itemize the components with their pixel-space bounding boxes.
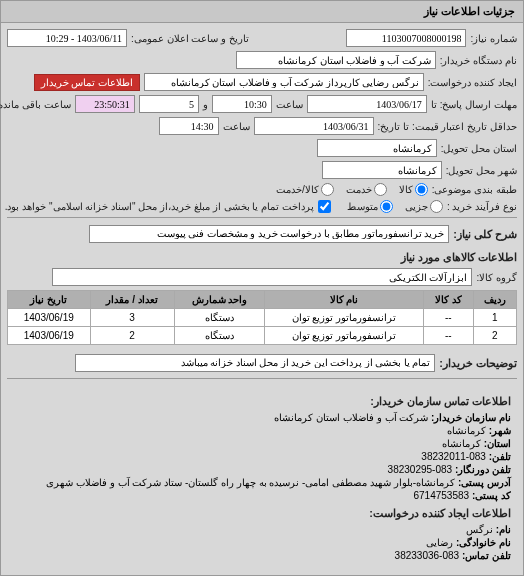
buyer-notes-label: توضیحات خریدار: <box>439 357 517 370</box>
separator-2 <box>7 378 517 379</box>
cell-date: 1403/06/19 <box>8 309 91 327</box>
buyer-org-field <box>236 51 436 69</box>
remaining-label: ساعت باقی مانده <box>0 99 71 110</box>
requester-section-title: اطلاعات ایجاد کننده درخواست: <box>13 507 511 520</box>
deadline-time-field <box>212 95 272 113</box>
phone-value: 083-38232011 <box>421 451 486 462</box>
process-radio-group: جزیی متوسط <box>347 200 443 213</box>
radio-service[interactable] <box>374 183 387 196</box>
province-value: کرمانشاه <box>442 438 481 449</box>
cell-qty: 3 <box>90 309 174 327</box>
postal-label: کد پستی: <box>472 490 511 501</box>
row-need-number: شماره نیاز: تاریخ و ساعت اعلان عمومی: <box>7 29 517 47</box>
row-goods-group: گروه کالا: <box>7 268 517 286</box>
radio-goods[interactable] <box>415 183 428 196</box>
row-category: طبقه بندی موضوعی: کالا خدمت کالا/خدمت <box>7 183 517 196</box>
province-label: استان: <box>484 438 511 449</box>
form-body: شماره نیاز: تاریخ و ساعت اعلان عمومی: نا… <box>1 23 523 575</box>
time-label-2: ساعت <box>223 121 250 132</box>
table-row: 1 -- ترانسفورماتور توزیع توان دستگاه 3 1… <box>8 309 517 327</box>
row-buyer-org: نام دستگاه خریدار: <box>7 51 517 69</box>
row-deadline: مهلت ارسال پاسخ: تا ساعت و ساعت باقی مان… <box>7 95 517 113</box>
process-note: پرداخت تمام یا بخشی از مبلغ خرید،از محل … <box>5 201 314 212</box>
buyer-org-label: نام دستگاه خریدار: <box>440 55 517 66</box>
radio-medium-label: متوسط <box>347 201 378 212</box>
radio-small[interactable] <box>430 200 443 213</box>
city-value: کرمانشاه <box>447 425 486 436</box>
fax-value: 083-38230295 <box>388 464 453 475</box>
requester-label: ایجاد کننده درخواست: <box>428 77 517 88</box>
delivery-city-field <box>322 161 442 179</box>
treasury-checkbox[interactable] <box>318 200 331 213</box>
table-header-row: ردیف کد کالا نام کالا واحد شمارش تعداد /… <box>8 291 517 309</box>
goods-group-label: گروه کالا: <box>476 272 517 283</box>
cell-name: ترانسفورماتور توزیع توان <box>265 309 424 327</box>
buyer-notes-field <box>75 354 435 372</box>
tab-title: جزئیات اطلاعات نیاز <box>424 5 515 17</box>
fax-label: تلفن دورنگار: <box>455 464 511 475</box>
req-phone-label: تلفن تماس: <box>462 550 511 561</box>
radio-small-label: جزیی <box>405 201 428 212</box>
radio-medium[interactable] <box>380 200 393 213</box>
row-buyer-notes: توضیحات خریدار: <box>7 351 517 374</box>
th-unit: واحد شمارش <box>174 291 264 309</box>
cell-code: -- <box>423 327 473 345</box>
cell-unit: دستگاه <box>174 327 264 345</box>
th-date: تاریخ نیاز <box>8 291 91 309</box>
announce-label: تاریخ و ساعت اعلان عمومی: <box>131 33 249 44</box>
validity-date-field <box>254 117 374 135</box>
th-name: نام کالا <box>265 291 424 309</box>
need-summary-field <box>89 225 449 243</box>
table-row: 2 -- ترانسفورماتور توزیع توان دستگاه 2 1… <box>8 327 517 345</box>
row-process: نوع فرآیند خرید : جزیی متوسط پرداخت تمام… <box>7 200 517 213</box>
category-label: طبقه بندی موضوعی: <box>432 184 517 195</box>
cell-qty: 2 <box>90 327 174 345</box>
minute-field <box>139 95 199 113</box>
row-delivery-city: شهر محل تحویل: <box>7 161 517 179</box>
radio-service-label: خدمت <box>346 184 372 195</box>
radio-goods-service-label: کالا/خدمت <box>276 184 319 195</box>
req-phone-value: 083-38233036 <box>395 550 460 561</box>
cell-row: 1 <box>473 309 516 327</box>
validity-time-field <box>159 117 219 135</box>
category-radio-group: کالا خدمت کالا/خدمت <box>276 183 428 196</box>
delivery-city-label: شهر محل تحویل: <box>446 165 517 176</box>
row-requester: ایجاد کننده درخواست: اطلاعات تماس خریدار <box>7 73 517 91</box>
goods-section-title: اطلاعات کالاهای مورد نیاز <box>7 251 517 264</box>
cell-code: -- <box>423 309 473 327</box>
cell-name: ترانسفورماتور توزیع توان <box>265 327 424 345</box>
deadline-label: مهلت ارسال پاسخ: تا <box>431 99 517 110</box>
postal-value: 6714753583 <box>413 490 469 501</box>
contact-buyer-button[interactable]: اطلاعات تماس خریدار <box>34 74 140 91</box>
th-row: ردیف <box>473 291 516 309</box>
need-number-field <box>346 29 466 47</box>
delivery-province-label: استان محل تحویل: <box>441 143 517 154</box>
cell-row: 2 <box>473 327 516 345</box>
remaining-time-field <box>75 95 135 113</box>
deadline-date-field <box>307 95 427 113</box>
goods-table: ردیف کد کالا نام کالا واحد شمارش تعداد /… <box>7 290 517 345</box>
row-delivery-province: استان محل تحویل: <box>7 139 517 157</box>
contact-info-section: اطلاعات تماس سازمان خریدار: نام سازمان خ… <box>7 383 517 569</box>
row-validity: حداقل تاریخ اعتبار قیمت: تا تاریخ: ساعت <box>7 117 517 135</box>
requester-field <box>144 73 424 91</box>
cell-unit: دستگاه <box>174 309 264 327</box>
announce-datetime-field <box>7 29 127 47</box>
org-label: نام سازمان خریدار: <box>431 412 511 423</box>
th-qty: تعداد / مقدار <box>90 291 174 309</box>
phone-label: تلفن: <box>489 451 511 462</box>
delivery-province-field <box>317 139 437 157</box>
radio-goods-service[interactable] <box>321 183 334 196</box>
address-label: آدرس پستی: <box>458 477 511 488</box>
th-code: کد کالا <box>423 291 473 309</box>
tab-header: جزئیات اطلاعات نیاز <box>1 1 523 23</box>
req-lastname-value: رضایی <box>426 537 453 548</box>
goods-group-field <box>52 268 472 286</box>
details-panel: جزئیات اطلاعات نیاز شماره نیاز: تاریخ و … <box>0 0 524 576</box>
org-value: شرکت آب و فاضلاب استان کرمانشاه <box>274 412 428 423</box>
need-summary-label: شرح کلی نیاز: <box>453 228 517 241</box>
req-name-label: نام: <box>496 524 511 535</box>
row-need-summary: شرح کلی نیاز: <box>7 222 517 245</box>
need-number-label: شماره نیاز: <box>470 33 517 44</box>
process-label: نوع فرآیند خرید : <box>447 201 517 212</box>
